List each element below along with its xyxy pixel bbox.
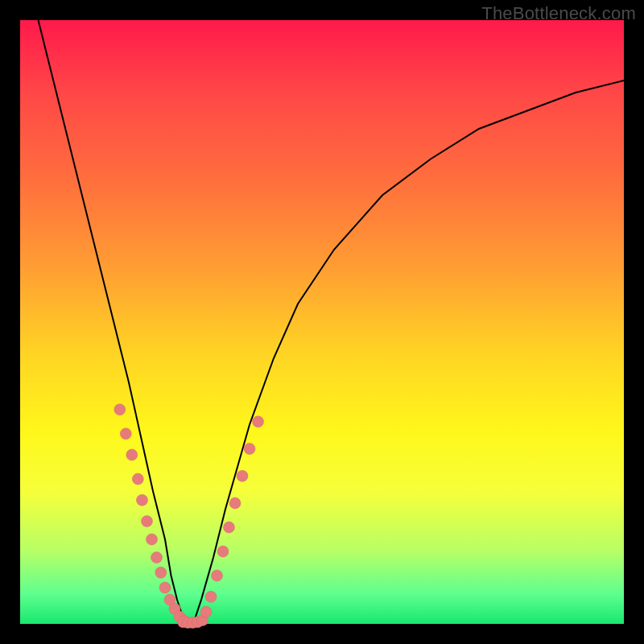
highlight-dot (244, 444, 255, 455)
bottleneck-curve (39, 20, 625, 624)
highlight-dot (200, 606, 212, 617)
highlight-dot (224, 522, 235, 533)
highlight-dot (147, 534, 158, 545)
highlight-dot (205, 591, 217, 602)
highlight-dot (159, 582, 171, 593)
highlight-dot (137, 494, 148, 506)
highlight-dot (151, 552, 163, 564)
highlight-dot (237, 470, 248, 481)
highlight-dot (229, 497, 241, 509)
highlight-dot (212, 570, 223, 581)
chart-frame: TheBottleneck.com (0, 0, 644, 644)
highlight-dot (217, 546, 229, 557)
highlight-dot (132, 473, 143, 485)
highlight-dot (253, 416, 264, 427)
curve-svg (20, 20, 624, 624)
highlight-dot (155, 567, 167, 578)
highlight-dot (142, 516, 153, 527)
dots-layer (114, 404, 264, 629)
watermark-text: TheBottleneck.com (481, 3, 636, 24)
highlight-dot (126, 449, 138, 460)
highlight-dot (120, 428, 131, 440)
highlight-dot (114, 404, 126, 415)
plot-area (20, 20, 624, 624)
